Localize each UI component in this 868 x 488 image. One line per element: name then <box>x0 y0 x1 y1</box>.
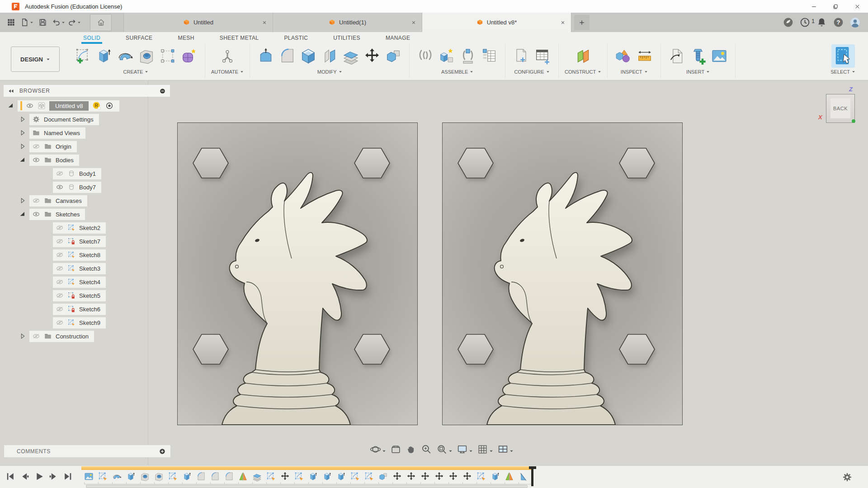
timeline-feature-11-fillet[interactable] <box>223 470 235 482</box>
fit-button[interactable] <box>436 444 453 455</box>
timeline-feature-5-hole[interactable] <box>139 470 151 482</box>
expander-icon[interactable] <box>19 333 26 340</box>
timeline-feature-22-combine[interactable] <box>377 470 389 482</box>
profile-button[interactable] <box>849 17 861 28</box>
create-sketch-button[interactable] <box>73 46 93 66</box>
expander-icon[interactable] <box>19 197 26 204</box>
timeline-feature-31-mirror[interactable] <box>503 470 515 482</box>
configuration-button[interactable] <box>511 46 531 66</box>
minimize-window-button[interactable] <box>803 0 825 13</box>
timeline-feature-12-mirror[interactable] <box>237 470 249 482</box>
help-button[interactable]: ? <box>833 17 844 28</box>
comments-panel[interactable]: COMMENTS <box>4 445 171 458</box>
browser-item-construction[interactable]: Construction <box>4 329 170 343</box>
as-built-joint-button[interactable] <box>458 46 478 66</box>
look-at-button[interactable] <box>390 444 401 455</box>
pan-button[interactable] <box>406 444 417 455</box>
file-new-button[interactable] <box>19 14 34 31</box>
browser-item-sketch5[interactable]: Sketch5 <box>4 289 170 302</box>
timeline-feature-7-sketch[interactable] <box>167 470 179 482</box>
timeline-feature-1-insert-canvas[interactable] <box>83 470 94 482</box>
close-tab-icon[interactable] <box>261 19 268 26</box>
press-pull-button[interactable] <box>256 46 276 66</box>
joint-button[interactable] <box>415 46 435 66</box>
ribbon-tab-utilities[interactable]: UTILITIES <box>331 32 362 44</box>
timeline-feature-30-extrude[interactable] <box>489 470 501 482</box>
visibility-toggle-icon[interactable] <box>56 237 64 245</box>
undo-dropdown-icon[interactable] <box>61 21 65 24</box>
item-content[interactable]: Sketch9 <box>53 317 106 328</box>
zoom-button[interactable] <box>421 444 432 455</box>
browser-item-document-settings[interactable]: Document Settings <box>4 113 170 126</box>
visibility-toggle-icon[interactable] <box>56 305 64 313</box>
measure-button[interactable] <box>613 46 633 66</box>
construction-plane-button[interactable] <box>573 46 593 66</box>
timeline-feature-3-revolve[interactable] <box>111 470 123 482</box>
timeline-feature-6-hole[interactable] <box>153 470 165 482</box>
timeline-feature-24-move[interactable] <box>405 470 417 482</box>
visibility-toggle-icon[interactable] <box>56 169 64 178</box>
pattern-button[interactable] <box>158 46 178 66</box>
item-content[interactable]: Sketch2 <box>53 222 106 234</box>
assemble-group-label[interactable]: ASSEMBLE <box>441 69 473 75</box>
timeline-feature-29-sketch[interactable] <box>475 470 487 482</box>
item-content[interactable]: Sketch6 <box>53 304 106 315</box>
item-content[interactable]: Sketch5 <box>53 290 106 301</box>
timeline-feature-27-move[interactable] <box>447 470 459 482</box>
item-content[interactable]: Canvases <box>29 195 87 206</box>
item-content[interactable]: Body1 <box>53 168 101 179</box>
view-cube[interactable]: BACK <box>826 94 855 123</box>
timeline-feature-16-sketch[interactable] <box>293 470 305 482</box>
visibility-toggle-icon[interactable] <box>56 251 64 259</box>
timeline-scrollbar[interactable] <box>86 485 528 488</box>
combine-button[interactable] <box>383 46 403 66</box>
timeline-feature-20-sketch[interactable] <box>349 470 361 482</box>
play-button[interactable] <box>33 471 45 482</box>
document-tab-3[interactable]: Untitled v8* <box>422 13 571 32</box>
grid-settings-button[interactable] <box>477 444 493 455</box>
skip-end-button[interactable] <box>62 471 74 482</box>
visibility-toggle-icon[interactable] <box>56 278 64 286</box>
browser-item-sketch2[interactable]: Sketch2 <box>4 221 170 235</box>
timeline-feature-21-sketch[interactable] <box>363 470 375 482</box>
draft-button[interactable] <box>320 46 340 66</box>
visibility-toggle-icon[interactable] <box>56 264 64 272</box>
preferences-gear-icon[interactable] <box>842 472 853 483</box>
orbit-dropdown-icon[interactable] <box>382 449 386 453</box>
offset-face-button[interactable] <box>341 46 361 66</box>
bom-button[interactable] <box>479 46 499 66</box>
item-content[interactable]: Untitled v8R <box>18 100 119 112</box>
expander-icon[interactable] <box>19 211 26 218</box>
item-content[interactable]: Sketch7 <box>53 236 106 247</box>
browser-item-sketch4[interactable]: Sketch4 <box>4 275 170 289</box>
new-tab-button[interactable] <box>574 15 590 30</box>
browser-item-untitled-v8[interactable]: Untitled v8R <box>4 99 170 113</box>
expander-icon[interactable] <box>7 102 14 109</box>
timeline-feature-28-move[interactable] <box>461 470 473 482</box>
item-content[interactable]: Origin <box>29 141 77 152</box>
document-tab-1[interactable]: Untitled <box>123 13 273 32</box>
maximize-window-button[interactable] <box>825 0 846 13</box>
redo-dropdown-icon[interactable] <box>77 21 81 24</box>
item-content[interactable]: Body7 <box>53 182 101 193</box>
item-content[interactable]: Named Views <box>29 127 85 139</box>
timeline-feature-8-extrude[interactable] <box>181 470 193 482</box>
undo-button[interactable] <box>51 14 66 31</box>
viewports-dropdown-icon[interactable] <box>509 449 514 453</box>
hole-button[interactable] <box>137 46 156 66</box>
insert-group-label[interactable]: INSERT <box>686 69 710 75</box>
step-back-button[interactable] <box>19 471 30 482</box>
select-group-label[interactable]: SELECT <box>830 69 855 75</box>
fit-dropdown-icon[interactable] <box>448 449 453 453</box>
browser-header[interactable]: BROWSER <box>4 85 170 97</box>
select-button[interactable] <box>831 44 855 68</box>
ribbon-tab-plastic[interactable]: PLASTIC <box>282 32 310 44</box>
file-new-dropdown-icon[interactable] <box>30 21 33 24</box>
inspect-group-label[interactable]: INSPECT <box>621 69 648 75</box>
insert-canvas-button[interactable] <box>709 46 729 66</box>
item-content[interactable]: Sketch3 <box>53 263 106 274</box>
notifications-button[interactable] <box>816 17 827 28</box>
ruler-button[interactable] <box>635 46 655 66</box>
revolve-button[interactable] <box>115 46 135 66</box>
ribbon-tab-manage[interactable]: MANAGE <box>384 32 412 44</box>
